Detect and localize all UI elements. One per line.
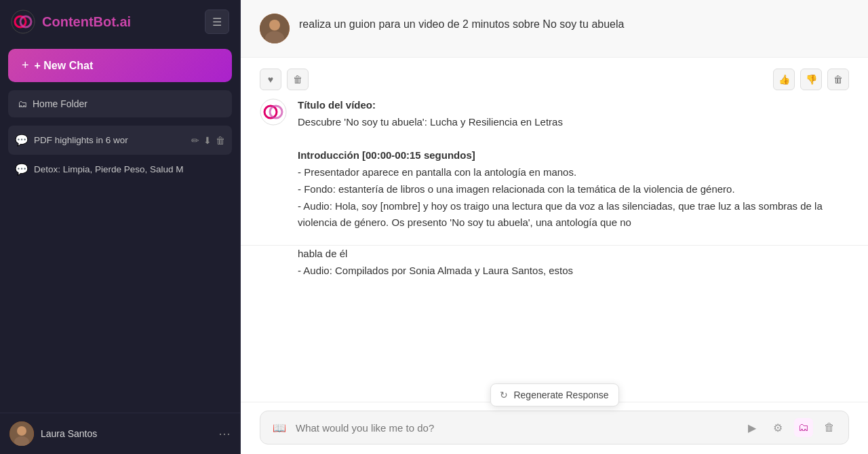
bot-message-right-actions: 👍 👎 🗑 bbox=[773, 69, 849, 90]
bot-message-top-actions: ♥ 🗑 bbox=[260, 69, 849, 90]
bot-logo-icon bbox=[260, 98, 287, 126]
intro-line2: - Fondo: estantería de libros o una imag… bbox=[298, 183, 735, 195]
edit-icon[interactable]: ✏ bbox=[191, 135, 199, 146]
chat-icon: 💬 bbox=[15, 134, 28, 147]
document-add-button[interactable]: 🗂 bbox=[794, 418, 813, 437]
user-avatar-img bbox=[9, 421, 34, 446]
input-wrapper: 📖 ▶ ⚙ 🗂 🗑 bbox=[260, 411, 849, 444]
user-name: Laura Santos bbox=[41, 428, 97, 439]
intro-line3: - Audio: Hola, soy [nombre] y hoy os tra… bbox=[298, 200, 823, 229]
intro-header: Introducción [00:00-00:15 segundos] bbox=[298, 149, 475, 161]
chat-list: 💬 PDF highlights in 6 wor ✏ ⬇ 🗑 💬 Detox:… bbox=[0, 123, 240, 413]
book-icon-button[interactable]: 📖 bbox=[270, 418, 289, 437]
new-chat-label: + New Chat bbox=[35, 60, 94, 72]
chat-input[interactable] bbox=[296, 422, 736, 434]
delete-button-right[interactable]: 🗑 bbox=[827, 69, 849, 90]
send-button[interactable]: ▶ bbox=[743, 418, 762, 437]
chat-messages: realiza un guion para un video de 2 minu… bbox=[241, 0, 868, 402]
user-avatar-main bbox=[260, 14, 290, 43]
contentbot-logo-icon bbox=[11, 10, 35, 34]
video-title-value: Descubre 'No soy tu abuela': Lucha y Res… bbox=[298, 116, 563, 128]
gear-button[interactable]: ⚙ bbox=[768, 418, 787, 437]
user-message-text: realiza un guion para un video de 2 minu… bbox=[299, 14, 849, 33]
regenerate-icon: ↻ bbox=[500, 390, 508, 400]
user-message: realiza un guion para un video de 2 minu… bbox=[241, 0, 868, 58]
delete-icon[interactable]: 🗑 bbox=[216, 135, 225, 146]
user-menu-button[interactable]: ⋯ bbox=[218, 426, 231, 441]
logo-text: ContentBot.ai bbox=[42, 14, 131, 30]
sidebar-header: ContentBot.ai ☰ bbox=[0, 0, 240, 43]
chat-item-actions: ✏ ⬇ 🗑 bbox=[191, 135, 225, 146]
bottom-line1: habla de él bbox=[298, 248, 347, 259]
thumbs-up-button[interactable]: 👍 bbox=[773, 69, 795, 90]
main-content: realiza un guion para un video de 2 minu… bbox=[241, 0, 868, 454]
bot-message-text: Título del vídeo: Descubre 'No soy tu ab… bbox=[298, 97, 849, 231]
chat-icon: 💬 bbox=[15, 163, 28, 176]
hamburger-button[interactable]: ☰ bbox=[205, 10, 229, 34]
regenerate-tooltip: ↻ Regenerate Response bbox=[490, 383, 618, 406]
intro-line1: - Presentador aparece en pantalla con la… bbox=[298, 166, 576, 178]
user-area: Laura Santos bbox=[9, 421, 97, 446]
heart-button[interactable]: ♥ bbox=[260, 69, 281, 90]
sidebar-footer: Laura Santos ⋯ bbox=[0, 413, 240, 454]
bot-message-body: Título del vídeo: Descubre 'No soy tu ab… bbox=[260, 97, 849, 231]
chat-item[interactable]: 💬 PDF highlights in 6 wor ✏ ⬇ 🗑 bbox=[8, 126, 232, 155]
svg-point-7 bbox=[269, 20, 280, 31]
chat-item[interactable]: 💬 Detox: Limpia, Pierde Peso, Salud M bbox=[8, 155, 232, 184]
svg-point-4 bbox=[17, 426, 26, 436]
video-title-label: Título del vídeo: bbox=[298, 99, 376, 111]
home-folder-label: Home Folder bbox=[33, 98, 87, 109]
logo-text-main: ContentBot bbox=[42, 14, 116, 29]
download-icon[interactable]: ⬇ bbox=[203, 135, 212, 146]
regenerate-label[interactable]: Regenerate Response bbox=[513, 390, 608, 400]
chat-item-label: Detox: Limpia, Pierde Peso, Salud M bbox=[34, 164, 225, 174]
bottom-line2: - Audio: Compilados por Sonia Almada y L… bbox=[298, 265, 573, 276]
input-icons: ▶ ⚙ 🗂 🗑 bbox=[743, 418, 839, 437]
bot-message: ♥ 🗑 👍 👎 🗑 Título del vídeo: Descu bbox=[241, 58, 868, 246]
thumbs-down-button[interactable]: 👎 bbox=[800, 69, 822, 90]
plus-icon: + bbox=[22, 58, 29, 73]
new-chat-button[interactable]: + + New Chat bbox=[8, 49, 232, 82]
home-folder-icon: 🗂 bbox=[18, 98, 27, 109]
logo-area: ContentBot.ai bbox=[11, 10, 131, 34]
trash-button-top[interactable]: 🗑 bbox=[287, 69, 309, 90]
input-area: ↻ Regenerate Response 📖 ▶ ⚙ 🗂 🗑 bbox=[241, 402, 868, 454]
user-avatar bbox=[9, 421, 34, 446]
trash-input-button[interactable]: 🗑 bbox=[820, 418, 839, 437]
bottom-partial-content: habla de él - Audio: Compilados por Soni… bbox=[241, 246, 868, 280]
chat-item-label: PDF highlights in 6 wor bbox=[34, 135, 186, 145]
sidebar: ContentBot.ai ☰ + + New Chat 🗂 Home Fold… bbox=[0, 0, 241, 454]
home-folder-button[interactable]: 🗂 Home Folder bbox=[8, 90, 232, 117]
logo-text-accent: .ai bbox=[116, 14, 131, 29]
